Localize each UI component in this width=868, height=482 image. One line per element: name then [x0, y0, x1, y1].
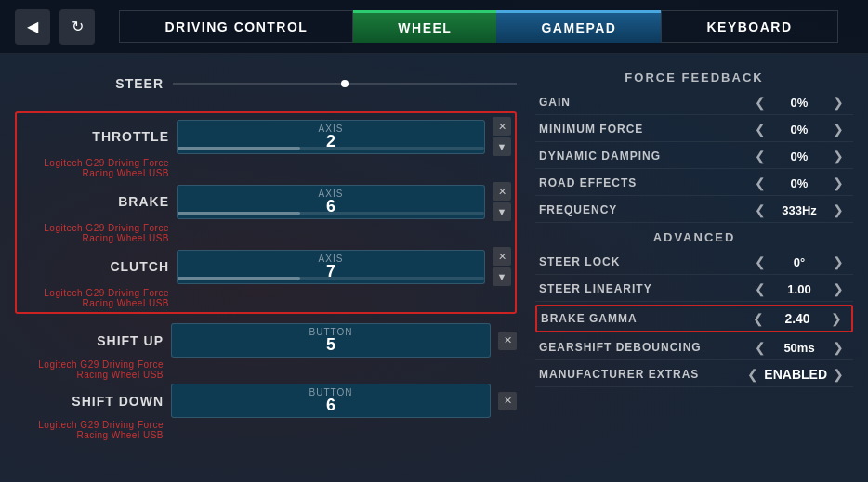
- right-panel: FORCE FEEDBACK GAIN ❮ 0% ❯ MINIMUM FORCE…: [535, 65, 853, 471]
- clutch-type: AXIS: [319, 254, 344, 264]
- throttle-type: AXIS: [319, 124, 344, 134]
- brake-gamma-value: 2.40: [769, 311, 825, 326]
- brake-device: Logitech G29 Driving Force Racing Wheel …: [20, 223, 169, 243]
- shift-down-clear-button[interactable]: ✕: [498, 392, 517, 410]
- brake-gamma-chevron-left[interactable]: ❮: [747, 311, 769, 326]
- clutch-main: CLUTCH AXIS 7 ✕ ▼: [20, 247, 511, 286]
- gearshift-debouncing-chevron-left[interactable]: ❮: [749, 340, 771, 355]
- brake-dropdown-button[interactable]: ▼: [493, 202, 511, 221]
- frequency-row: FREQUENCY ❮ 333Hz ❯: [535, 198, 853, 223]
- minimum-force-value: 0%: [771, 123, 827, 137]
- manufacturer-extras-value: ENABLED: [764, 367, 827, 382]
- gain-row: GAIN ❮ 0% ❯: [535, 90, 853, 115]
- tabs-area: DRIVING CONTROL WHEEL GAMEPAD KEYBOARD: [104, 10, 853, 43]
- brake-gamma-label: BRAKE GAMMA: [541, 312, 747, 325]
- force-feedback-title: FORCE FEEDBACK: [535, 65, 853, 88]
- gain-value: 0%: [771, 96, 827, 110]
- throttle-axis-box: AXIS 2: [177, 120, 485, 154]
- plain-rows: SHIFT UP BUTTON 5 ✕ Logitech G29 Driving…: [15, 323, 517, 440]
- clutch-row: CLUTCH AXIS 7 ✕ ▼ Logite: [20, 247, 511, 308]
- road-effects-row: ROAD EFFECTS ❮ 0% ❯: [535, 171, 853, 196]
- dynamic-damping-chevron-left[interactable]: ❮: [749, 149, 771, 163]
- brake-axis-box: AXIS 6: [177, 185, 485, 219]
- steer-label: STEER: [15, 76, 164, 91]
- manufacturer-extras-label: MANUFACTURER EXTRAS: [539, 368, 742, 381]
- top-bar: ◀ ↻ DRIVING CONTROL WHEEL GAMEPAD KEYBOA…: [0, 0, 868, 54]
- gain-chevron-right[interactable]: ❯: [827, 95, 849, 110]
- steer-linearity-label: STEER LINEARITY: [539, 282, 749, 295]
- frequency-value: 333Hz: [771, 203, 827, 217]
- clutch-device: Logitech G29 Driving Force Racing Wheel …: [20, 288, 169, 308]
- shift-down-main: SHIFT DOWN BUTTON 6 ✕: [15, 384, 517, 418]
- dynamic-damping-value: 0%: [771, 150, 827, 163]
- manufacturer-extras-chevron-left[interactable]: ❮: [742, 367, 764, 382]
- shift-up-clear-button[interactable]: ✕: [498, 332, 517, 350]
- gearshift-debouncing-chevron-right[interactable]: ❯: [827, 340, 849, 355]
- minimum-force-chevron-right[interactable]: ❯: [827, 122, 849, 137]
- frequency-label: FREQUENCY: [539, 203, 749, 216]
- clutch-clear-button[interactable]: ✕: [493, 247, 511, 266]
- brake-row: BRAKE AXIS 6 ✕ ▼ Logitec: [20, 182, 511, 243]
- shift-down-label: SHIFT DOWN: [15, 394, 164, 409]
- left-panel: STEER THROTTLE AXIS 2: [15, 65, 517, 471]
- steer-dot: [341, 80, 349, 87]
- advanced-title: ADVANCED: [535, 225, 853, 248]
- throttle-progress: [178, 147, 484, 150]
- brake-gamma-chevron-right[interactable]: ❯: [825, 311, 848, 326]
- clutch-progress: [178, 277, 484, 280]
- manufacturer-extras-row: MANUFACTURER EXTRAS ❮ ENABLED ❯: [535, 362, 853, 387]
- throttle-dropdown-button[interactable]: ▼: [493, 137, 511, 156]
- minimum-force-row: MINIMUM FORCE ❮ 0% ❯: [535, 117, 853, 142]
- steer-linearity-row: STEER LINEARITY ❮ 1.00 ❯: [535, 277, 853, 302]
- shift-up-type: BUTTON: [309, 327, 353, 337]
- back-button[interactable]: ◀: [15, 9, 50, 45]
- tab-driving-control[interactable]: DRIVING CONTROL: [119, 10, 353, 43]
- shift-up-actions: ✕: [498, 332, 517, 350]
- road-effects-chevron-left[interactable]: ❮: [749, 176, 771, 190]
- steer-linearity-chevron-left[interactable]: ❮: [749, 281, 771, 296]
- gearshift-debouncing-row: GEARSHIFT DEBOUNCING ❮ 50ms ❯: [535, 335, 853, 360]
- shift-up-main: SHIFT UP BUTTON 5 ✕: [15, 323, 517, 358]
- clutch-dropdown-button[interactable]: ▼: [493, 267, 511, 286]
- brake-main: BRAKE AXIS 6 ✕ ▼: [20, 182, 511, 221]
- clutch-progress-bar: [178, 277, 300, 280]
- throttle-device: Logitech G29 Driving Force Racing Wheel …: [20, 158, 169, 178]
- manufacturer-extras-chevron-right[interactable]: ❯: [827, 367, 849, 382]
- clutch-axis-box: AXIS 7: [177, 250, 485, 284]
- throttle-row: THROTTLE AXIS 2 ✕ ▼ Logi: [20, 117, 511, 178]
- dynamic-damping-row: DYNAMIC DAMPING ❮ 0% ❯: [535, 144, 853, 169]
- shift-down-device: Logitech G29 Driving Force Racing Wheel …: [15, 420, 164, 440]
- minimum-force-chevron-left[interactable]: ❮: [749, 122, 771, 137]
- shift-up-row: SHIFT UP BUTTON 5 ✕ Logitech G29 Driving…: [15, 323, 517, 380]
- refresh-button[interactable]: ↻: [59, 9, 95, 45]
- frequency-chevron-left[interactable]: ❮: [749, 202, 771, 217]
- tab-gamepad[interactable]: GAMEPAD: [496, 10, 661, 43]
- gain-chevron-left[interactable]: ❮: [749, 95, 771, 110]
- road-effects-value: 0%: [771, 176, 827, 190]
- throttle-label: THROTTLE: [20, 129, 169, 144]
- throttle-progress-bar: [178, 147, 300, 150]
- shift-down-axis-box: BUTTON 6: [171, 384, 491, 418]
- road-effects-label: ROAD EFFECTS: [539, 176, 749, 189]
- tab-wheel[interactable]: WHEEL: [353, 10, 496, 43]
- brake-gamma-row: BRAKE GAMMA ❮ 2.40 ❯: [535, 305, 853, 332]
- dynamic-damping-chevron-right[interactable]: ❯: [827, 149, 849, 163]
- brake-actions: ✕ ▼: [493, 182, 511, 221]
- tab-keyboard[interactable]: KEYBOARD: [661, 10, 837, 43]
- steer-linearity-value: 1.00: [771, 282, 827, 296]
- frequency-chevron-right[interactable]: ❯: [827, 202, 849, 217]
- brake-clear-button[interactable]: ✕: [493, 182, 511, 201]
- steer-lock-chevron-right[interactable]: ❯: [827, 254, 849, 269]
- throttle-clear-button[interactable]: ✕: [493, 117, 511, 136]
- steer-lock-label: STEER LOCK: [539, 255, 749, 268]
- gain-label: GAIN: [539, 96, 749, 109]
- gearshift-debouncing-value: 50ms: [771, 341, 827, 355]
- shift-down-actions: ✕: [498, 392, 517, 410]
- gearshift-debouncing-label: GEARSHIFT DEBOUNCING: [539, 341, 749, 354]
- steer-linearity-chevron-right[interactable]: ❯: [827, 281, 849, 296]
- road-effects-chevron-right[interactable]: ❯: [827, 176, 849, 190]
- brake-progress: [178, 212, 484, 215]
- shift-down-row: SHIFT DOWN BUTTON 6 ✕ Logitech G29 Drivi…: [15, 384, 517, 440]
- steer-lock-chevron-left[interactable]: ❮: [749, 254, 771, 269]
- shift-up-device: Logitech G29 Driving Force Racing Wheel …: [15, 359, 164, 380]
